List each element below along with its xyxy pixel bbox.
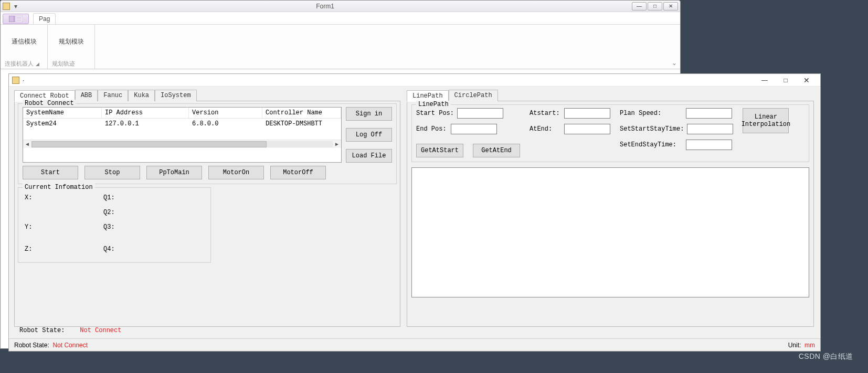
- ribbon-group-name-comm: 连接机器人: [5, 60, 34, 68]
- label-z: Z:: [25, 246, 103, 253]
- status-robot-state-label: Robot State:: [14, 342, 49, 349]
- status-unit-value: mm: [805, 342, 815, 349]
- loadfile-button[interactable]: Load File: [346, 149, 392, 163]
- window-title: Form1: [18, 3, 632, 10]
- atend-input[interactable]: [564, 124, 610, 134]
- tab-fanuc[interactable]: Fanuc: [98, 90, 128, 101]
- atstart-input[interactable]: [564, 108, 610, 119]
- col-version[interactable]: Version: [189, 108, 262, 118]
- legend-robot-connect: Robot Connect: [23, 100, 76, 107]
- endpos-input[interactable]: [451, 124, 497, 134]
- linear-interpolation-button[interactable]: Linear Interpolation: [743, 108, 789, 133]
- ribbon-button-comm[interactable]: 通信模块: [12, 37, 37, 46]
- tab-linepath[interactable]: LinePath: [407, 90, 449, 102]
- setstart-input[interactable]: [687, 124, 733, 134]
- label-planspeed: Plan Speed:: [620, 110, 683, 117]
- label-setend: SetEndStayTime:: [620, 141, 683, 148]
- label-endpos: End Pos:: [416, 125, 448, 133]
- robot-state-label-1: Robot State:: [19, 327, 65, 334]
- col-controllername[interactable]: Controller Name: [262, 108, 341, 118]
- tab-circlepath[interactable]: CirclePath: [449, 90, 498, 101]
- table-row[interactable]: System24 127.0.0.1 6.8.0.0 DESKTOP-DMSHB…: [23, 119, 341, 129]
- controller-listview[interactable]: SystemName IP Address Version Controller…: [23, 107, 342, 163]
- setend-input[interactable]: [686, 140, 732, 150]
- qat-dropdown-icon[interactable]: ▾: [13, 3, 18, 10]
- scroll-left-icon[interactable]: ◄: [23, 141, 31, 147]
- group-linepath: LinePath Start Pos: End Pos: GetAtStart …: [411, 104, 809, 162]
- ribbon-collapse-icon[interactable]: ⌄: [672, 59, 677, 67]
- outer-titlebar: ▾ Form1 — □ ✕: [1, 1, 680, 12]
- ribbon-tab-pag[interactable]: Pag: [33, 13, 56, 24]
- listview-header: SystemName IP Address Version Controller…: [23, 108, 341, 119]
- cell-version: 6.8.0.0: [189, 119, 262, 129]
- watermark: CSDN @白纸道: [799, 352, 853, 361]
- signin-button[interactable]: Sign in: [346, 107, 392, 121]
- ribbon-file-icon: [9, 16, 23, 22]
- inner-titlebar: · — □ ✕: [9, 74, 820, 87]
- motoroff-button[interactable]: MotorOff: [270, 166, 326, 179]
- ribbon-button-plan[interactable]: 规划模块: [59, 37, 84, 46]
- ribbon-group-name-plan: 规划轨迹: [52, 60, 75, 68]
- group-current-info: Current Infomation X: Q1: Q2: Y: Q3: Z: …: [18, 187, 211, 263]
- cell-systemname: System24: [23, 119, 102, 129]
- linear-interpolation-label: Linear Interpolation: [742, 113, 791, 129]
- ribbon-body: 通信模块 连接机器人◢ 规划模块 规划轨迹 ⌄: [1, 25, 680, 69]
- inner-title-dot: ·: [23, 77, 24, 84]
- label-atstart: Atstart:: [530, 110, 561, 117]
- tab-iosystem[interactable]: IoSystem: [155, 90, 197, 101]
- tab-abb[interactable]: ABB: [75, 90, 98, 101]
- pptomain-button[interactable]: PpToMain: [146, 166, 202, 179]
- stop-button[interactable]: Stop: [84, 166, 140, 179]
- label-q1: Q1:: [103, 194, 182, 201]
- planspeed-input[interactable]: [686, 108, 732, 119]
- label-x: X:: [25, 194, 103, 201]
- cell-ipaddress: 127.0.0.1: [102, 119, 189, 129]
- getatstart-button[interactable]: GetAtStart: [416, 144, 463, 157]
- inner-maximize-button[interactable]: □: [775, 77, 796, 84]
- label-q4: Q4:: [103, 246, 182, 253]
- right-tab-page: LinePath Start Pos: End Pos: GetAtStart …: [407, 101, 814, 327]
- scroll-right-icon[interactable]: ►: [333, 141, 341, 147]
- left-tab-page: Robot Connect SystemName IP Address Vers…: [14, 101, 400, 327]
- status-unit-label: Unit:: [788, 342, 801, 349]
- inner-close-button[interactable]: ✕: [796, 76, 817, 84]
- label-setstart: SetStartStayTime:: [620, 125, 684, 133]
- ribbon-tabs: Pag: [1, 12, 680, 25]
- legend-current-info: Current Infomation: [23, 184, 95, 191]
- col-systemname[interactable]: SystemName: [23, 108, 102, 118]
- label-y: Y:: [25, 223, 103, 231]
- listview-hscroll[interactable]: ◄ ►: [23, 140, 341, 148]
- label-q2: Q2:: [103, 209, 182, 216]
- left-panel: Connect Robot ABB Fanuc Kuka IoSystem Ro…: [9, 87, 404, 338]
- close-button[interactable]: ✕: [663, 2, 678, 10]
- start-button[interactable]: Start: [23, 166, 78, 179]
- robot-state-value-1: Not Connect: [80, 327, 121, 334]
- legend-linepath: LinePath: [416, 101, 451, 108]
- logoff-button[interactable]: Log Off: [346, 128, 392, 142]
- label-q3: Q3:: [103, 223, 182, 231]
- inner-window: · — □ ✕ Connect Robot ABB Fanuc Kuka IoS…: [8, 73, 821, 351]
- inner-minimize-button[interactable]: —: [754, 77, 775, 84]
- tab-kuka[interactable]: Kuka: [128, 90, 155, 101]
- label-atend: AtEnd:: [530, 125, 561, 133]
- ribbon-group-plan: 规划模块 规划轨迹: [48, 25, 95, 69]
- maximize-button[interactable]: □: [648, 2, 662, 10]
- scroll-thumb[interactable]: [31, 141, 267, 147]
- output-textarea[interactable]: [411, 167, 809, 297]
- motoron-button[interactable]: MotorOn: [208, 166, 264, 179]
- label-startpos: Start Pos:: [416, 110, 454, 117]
- getatend-button[interactable]: GetAtEnd: [473, 144, 520, 157]
- inner-app-icon: [12, 77, 19, 84]
- status-robot-state-value: Not Connect: [52, 342, 88, 349]
- minimize-button[interactable]: —: [632, 2, 647, 10]
- ribbon-file-button[interactable]: [3, 14, 29, 24]
- group-robot-connect: Robot Connect SystemName IP Address Vers…: [18, 103, 397, 184]
- app-icon: [3, 3, 10, 10]
- col-ipaddress[interactable]: IP Address: [102, 108, 189, 118]
- ribbon-launcher-icon[interactable]: ◢: [36, 61, 39, 67]
- cell-controllername: DESKTOP-DMSHBTT: [262, 119, 341, 129]
- right-panel: LinePath CirclePath LinePath Start Pos: …: [404, 87, 820, 338]
- inner-statusbar: Robot State: Not Connect Unit: mm: [9, 338, 820, 351]
- startpos-input[interactable]: [457, 108, 503, 119]
- right-tabstrip: LinePath CirclePath: [407, 90, 814, 101]
